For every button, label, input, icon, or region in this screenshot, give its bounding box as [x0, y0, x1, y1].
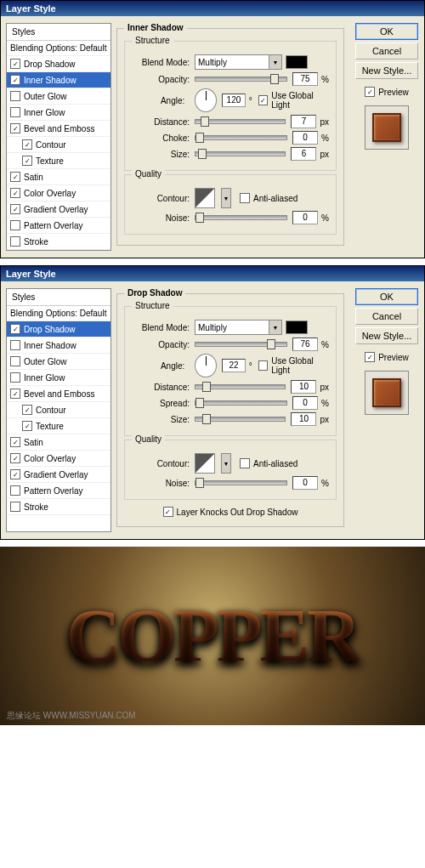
noise-slider[interactable]	[195, 215, 287, 220]
style-item-inner-shadow[interactable]: Inner Shadow	[7, 338, 110, 354]
style-item-gradient-overlay[interactable]: Gradient Overlay	[7, 201, 110, 218]
antialiased-checkbox[interactable]	[240, 193, 250, 203]
style-item-stroke[interactable]: Stroke	[7, 499, 110, 515]
style-item-outer-glow[interactable]: Outer Glow	[7, 354, 110, 370]
checkbox[interactable]	[10, 172, 20, 182]
layer-knocks-checkbox[interactable]	[163, 507, 173, 517]
noise-slider[interactable]	[195, 480, 287, 485]
checkbox[interactable]	[10, 324, 20, 334]
style-item-color-overlay[interactable]: Color Overlay	[7, 185, 110, 201]
blend-mode-dropdown[interactable]: Multiply▼	[195, 54, 282, 70]
style-item-inner-glow[interactable]: Inner Glow	[7, 370, 110, 386]
style-item-inner-shadow[interactable]: Inner Shadow	[7, 72, 110, 88]
checkbox[interactable]	[10, 75, 20, 85]
choke-slider[interactable]	[195, 135, 287, 140]
preview-checkbox[interactable]	[365, 352, 375, 362]
preview-checkbox[interactable]	[365, 87, 375, 97]
style-item-stroke[interactable]: Stroke	[7, 234, 110, 250]
angle-dial[interactable]	[195, 354, 217, 377]
checkbox[interactable]	[10, 188, 20, 198]
distance-input[interactable]: 7	[291, 115, 316, 128]
checkbox[interactable]	[10, 469, 20, 479]
checkbox[interactable]	[10, 236, 20, 247]
checkbox[interactable]	[10, 204, 20, 214]
ok-button[interactable]: OK	[355, 288, 418, 305]
antialiased-checkbox[interactable]	[240, 458, 250, 468]
checkbox[interactable]	[10, 107, 20, 117]
checkbox[interactable]	[22, 405, 32, 415]
cancel-button[interactable]: Cancel	[355, 43, 418, 60]
style-item-inner-glow[interactable]: Inner Glow	[7, 105, 110, 121]
checkbox[interactable]	[10, 356, 20, 366]
checkbox[interactable]	[22, 139, 32, 150]
panel-title: Inner Shadow	[124, 23, 187, 32]
style-item-pattern-overlay[interactable]: Pattern Overlay	[7, 483, 110, 499]
checkbox[interactable]	[10, 389, 20, 399]
checkbox[interactable]	[10, 220, 20, 230]
checkbox[interactable]	[10, 59, 20, 69]
checkbox[interactable]	[10, 502, 20, 512]
size-slider[interactable]	[195, 417, 286, 422]
style-item-bevel-and-emboss[interactable]: Bevel and Emboss	[7, 121, 110, 137]
color-swatch[interactable]	[286, 321, 308, 334]
new-style-button[interactable]: New Style...	[355, 62, 418, 79]
angle-input[interactable]: 120	[222, 94, 246, 107]
global-light-checkbox[interactable]	[258, 95, 268, 105]
checkbox[interactable]	[10, 340, 20, 350]
style-item-drop-shadow[interactable]: Drop Shadow	[7, 56, 110, 72]
color-swatch[interactable]	[286, 55, 308, 69]
opacity-input[interactable]: 76	[292, 338, 318, 351]
style-item-pattern-overlay[interactable]: Pattern Overlay	[7, 218, 110, 234]
style-item-satin[interactable]: Satin	[7, 169, 110, 185]
checkbox[interactable]	[10, 372, 20, 383]
angle-dial[interactable]	[195, 88, 217, 112]
style-item-outer-glow[interactable]: Outer Glow	[7, 88, 110, 105]
style-item-color-overlay[interactable]: Color Overlay	[7, 451, 110, 467]
global-light-checkbox[interactable]	[258, 360, 268, 371]
styles-header[interactable]: Styles	[7, 289, 110, 306]
checkbox[interactable]	[10, 453, 20, 463]
styles-header[interactable]: Styles	[7, 24, 110, 41]
chevron-down-icon[interactable]: ▼	[221, 188, 231, 208]
size-label: Size:	[132, 415, 190, 424]
style-item-contour[interactable]: Contour	[7, 137, 110, 153]
noise-input[interactable]: 0	[292, 476, 318, 490]
style-item-bevel-and-emboss[interactable]: Bevel and Emboss	[7, 386, 110, 402]
opacity-slider[interactable]	[195, 77, 287, 82]
style-item-contour[interactable]: Contour	[7, 402, 110, 418]
angle-input[interactable]: 22	[222, 359, 246, 372]
choke-input[interactable]: 0	[292, 396, 318, 410]
style-item-drop-shadow[interactable]: Drop Shadow	[7, 321, 110, 338]
noise-input[interactable]: 0	[292, 211, 318, 224]
preview-thumbnail	[365, 371, 409, 415]
blend-mode-dropdown[interactable]: Multiply▼	[195, 320, 282, 335]
checkbox[interactable]	[22, 421, 32, 431]
opacity-slider[interactable]	[195, 342, 287, 347]
distance-slider[interactable]	[195, 119, 286, 124]
distance-input[interactable]: 10	[291, 380, 316, 394]
choke-slider[interactable]	[195, 400, 287, 406]
checkbox[interactable]	[22, 156, 32, 166]
style-item-satin[interactable]: Satin	[7, 434, 110, 451]
blending-options[interactable]: Blending Options: Default	[7, 306, 110, 321]
opacity-input[interactable]: 75	[292, 72, 318, 86]
checkbox[interactable]	[10, 437, 20, 447]
chevron-down-icon[interactable]: ▼	[221, 453, 231, 474]
style-item-gradient-overlay[interactable]: Gradient Overlay	[7, 467, 110, 483]
size-slider[interactable]	[195, 151, 286, 156]
style-item-texture[interactable]: Texture	[7, 153, 110, 169]
choke-input[interactable]: 0	[292, 131, 318, 145]
style-item-texture[interactable]: Texture	[7, 418, 110, 434]
blending-options[interactable]: Blending Options: Default	[7, 41, 110, 56]
size-input[interactable]: 6	[291, 147, 316, 161]
ok-button[interactable]: OK	[355, 23, 418, 40]
distance-slider[interactable]	[195, 384, 286, 389]
checkbox[interactable]	[10, 91, 20, 101]
checkbox[interactable]	[10, 485, 20, 496]
new-style-button[interactable]: New Style...	[355, 327, 418, 344]
size-input[interactable]: 10	[291, 412, 316, 426]
contour-picker[interactable]	[195, 188, 215, 208]
contour-picker[interactable]	[195, 453, 215, 474]
checkbox[interactable]	[10, 123, 20, 133]
cancel-button[interactable]: Cancel	[355, 308, 418, 325]
